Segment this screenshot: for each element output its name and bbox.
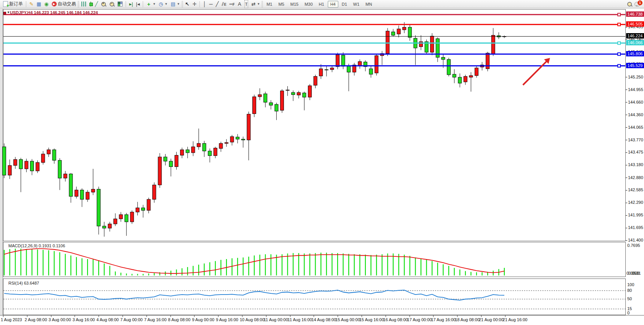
price-tag: 145.806: [626, 51, 644, 56]
vline-tool-button[interactable]: │: [201, 0, 207, 8]
trendline-tool-button[interactable]: ╱: [214, 0, 220, 8]
toolbar-separator: [199, 1, 200, 7]
candlestick-icon: [89, 2, 92, 6]
new-order-label: 新订单: [9, 1, 23, 7]
price-tick: [626, 165, 627, 165]
timeframe-mn[interactable]: MN: [363, 1, 375, 8]
toolbar-grip: [182, 1, 183, 7]
signals-button[interactable]: ◉: [43, 0, 50, 8]
channel-tool-button[interactable]: ⫽ᴇ: [220, 0, 228, 8]
price-tick: [626, 152, 627, 153]
timeframe-d1[interactable]: D1: [339, 1, 350, 8]
timeframe-m30[interactable]: M30: [302, 1, 315, 8]
chevron-down-icon: ▼: [153, 2, 156, 6]
indicators-plus-icon: ＋: [146, 0, 151, 8]
search-icon[interactable]: [627, 2, 632, 7]
zoom-out-button[interactable]: −: [108, 0, 116, 8]
rsi-scale-label: 80: [627, 288, 632, 293]
styles-button[interactable]: ✎: [28, 0, 35, 8]
time-axis-label: 11 Aug 00:00: [264, 317, 288, 322]
autotrade-button[interactable]: ▶ 自动交易: [50, 0, 78, 8]
time-tick: [242, 315, 242, 317]
time-axis-label: 8 Aug 08:00: [168, 317, 191, 322]
timeframe-m1[interactable]: M1: [264, 1, 275, 8]
price-axis-label: 145.250: [628, 75, 643, 79]
time-tick: [147, 315, 147, 317]
timeframe-m15[interactable]: M15: [288, 1, 301, 8]
fibonacci-tool-button[interactable]: ┅ꜰ: [228, 0, 236, 8]
notifications-icon[interactable]: 1: [634, 2, 640, 6]
time-tick: [218, 315, 218, 317]
price-tick: [626, 178, 627, 178]
price-tag: 145.529: [626, 63, 644, 68]
crosshair-button[interactable]: ✛: [191, 0, 198, 8]
main-chart-panel[interactable]: [3, 9, 626, 241]
hline-handle-marker[interactable]: [3, 12, 6, 14]
time-axis-label: 1 Aug 2023: [1, 317, 22, 322]
price-tag: 146.224: [626, 33, 644, 38]
time-axis-label: 9 Aug 00:00: [192, 317, 214, 322]
price-tag: 146.505: [626, 21, 644, 27]
toolbar-separator: [26, 1, 26, 7]
indicators-button[interactable]: ＋▼: [145, 0, 157, 8]
text-tool-button[interactable]: A: [236, 0, 243, 8]
rsi-panel[interactable]: [3, 279, 626, 315]
time-axis-label: 18 Aug 08:00: [455, 317, 480, 322]
price-tick: [626, 127, 627, 128]
time-axis-label: 2 Aug 08:00: [25, 317, 47, 322]
time-tick: [266, 315, 266, 317]
time-axis-label: 17 Aug 16:00: [431, 317, 456, 322]
fibonacci-icon: ┅ꜰ: [230, 0, 235, 8]
macd-label: MACD(12,26,9) 0.1931 0.1106: [8, 243, 65, 248]
clock-icon: ◷: [159, 0, 163, 8]
profiles-button[interactable]: ▦: [35, 0, 43, 8]
trendline-icon: ╱: [216, 0, 219, 8]
line-chart-button[interactable]: ╱: [94, 0, 100, 8]
time-axis[interactable]: 1 Aug 20232 Aug 08:003 Aug 00:003 Aug 16…: [0, 315, 644, 325]
candlestick-button[interactable]: [88, 0, 94, 8]
timeframe-m5[interactable]: M5: [276, 1, 287, 8]
text-icon: A: [238, 0, 241, 8]
timeframe-w1[interactable]: W1: [351, 1, 362, 8]
price-tick: [626, 115, 627, 115]
chevron-down-icon: ▼: [7, 11, 10, 14]
equidistant-channel-icon: ⫽ᴇ: [222, 0, 226, 8]
timeframe-h4[interactable]: H4: [328, 1, 338, 8]
candlestick-chart[interactable]: [3, 10, 625, 241]
macd-chart: [3, 242, 625, 277]
price-axis-label: 144.065: [628, 125, 643, 130]
zoom-in-icon: +: [101, 2, 106, 7]
price-axis-label: 142.880: [628, 175, 643, 180]
price-tick: [626, 27, 627, 27]
price-tick: [626, 240, 627, 241]
price-axis-label: 144.360: [628, 112, 643, 117]
macd-panel[interactable]: [3, 242, 626, 277]
time-axis-label: 14 Aug 08:00: [311, 317, 336, 322]
auto-scroll-button[interactable]: ▸|: [128, 0, 134, 8]
rsi-label: RSI(14) 63.6487: [8, 281, 39, 285]
label-tool-button[interactable]: T: [243, 0, 250, 8]
zoom-in-button[interactable]: +: [99, 0, 108, 8]
timeframe-h1[interactable]: H1: [316, 1, 327, 8]
chevron-down-icon: ▼: [257, 2, 260, 6]
time-tick: [338, 315, 338, 317]
cursor-button[interactable]: ↖: [184, 0, 191, 8]
macd-scale-bottom: 0.0531: [628, 271, 641, 275]
rsi-scale-label: 0: [627, 311, 630, 315]
tile-windows-icon: [118, 2, 123, 6]
bar-chart-button[interactable]: [80, 0, 88, 8]
price-tick: [626, 203, 627, 203]
chart-shift-button[interactable]: |◂: [134, 0, 141, 8]
new-order-icon: [3, 1, 8, 7]
time-tick: [99, 315, 99, 317]
periods-button[interactable]: ◷▼: [157, 0, 169, 8]
new-order-button[interactable]: 新订单: [2, 0, 24, 8]
time-tick: [481, 315, 481, 317]
autotrade-label: 自动交易: [58, 1, 76, 7]
hline-tool-button[interactable]: ─: [208, 0, 214, 8]
arrows-tool-button[interactable]: ⇄▼: [250, 0, 261, 8]
templates-button[interactable]: ▤▼: [169, 0, 181, 8]
main-toolbar: 新订单 ✎ ▦ ◉ ▶ 自动交易 ╱ + − ▸| |◂ ＋▼ ◷▼ ▤▼ ↖ …: [0, 0, 644, 8]
line-chart-icon: ╱: [95, 0, 98, 8]
tile-windows-button[interactable]: [116, 0, 124, 8]
